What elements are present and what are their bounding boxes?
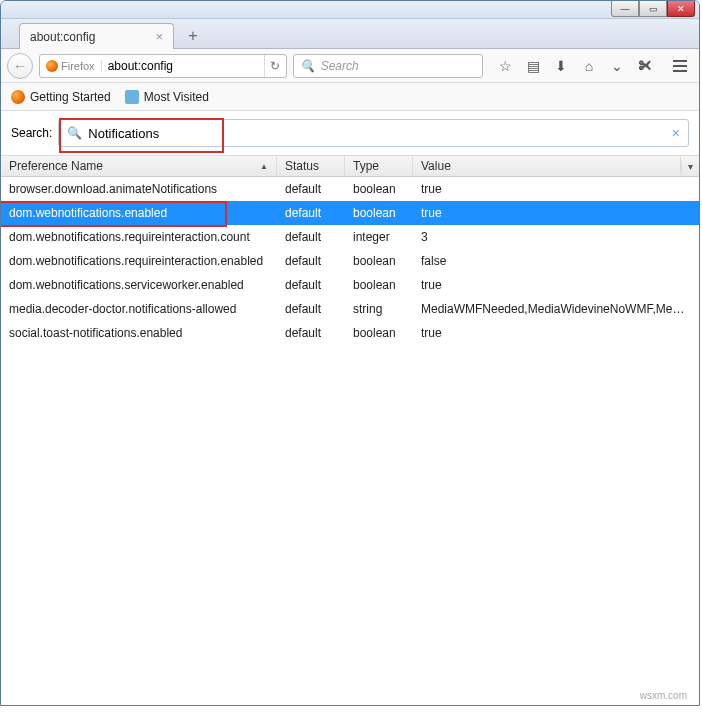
- config-search-input[interactable]: [88, 126, 671, 141]
- cell-type: boolean: [345, 254, 413, 268]
- cell-status: default: [277, 182, 345, 196]
- dev-tools-icon[interactable]: ✀: [637, 58, 653, 74]
- bookmark-most-visited[interactable]: Most Visited: [125, 90, 209, 104]
- reload-icon[interactable]: ↻: [264, 55, 286, 77]
- table-body: browser.download.animateNotificationsdef…: [1, 177, 699, 345]
- cell-name: dom.webnotifications.requireinteraction.…: [1, 230, 277, 244]
- column-picker-icon[interactable]: ▾: [681, 161, 699, 172]
- library-icon[interactable]: ▤: [525, 58, 541, 74]
- sort-indicator-icon: ▲: [260, 162, 268, 171]
- table-row[interactable]: media.decoder-doctor.notifications-allow…: [1, 297, 699, 321]
- cell-type: boolean: [345, 278, 413, 292]
- bookmarks-toolbar: Getting Started Most Visited: [1, 83, 699, 111]
- cell-type: boolean: [345, 326, 413, 340]
- downloads-icon[interactable]: ⬇: [553, 58, 569, 74]
- cell-type: integer: [345, 230, 413, 244]
- cell-name: dom.webnotifications.requireinteraction.…: [1, 254, 277, 268]
- window-titlebar: — ▭ ✕: [1, 1, 699, 19]
- cell-name: dom.webnotifications.serviceworker.enabl…: [1, 278, 277, 292]
- new-tab-button[interactable]: +: [180, 24, 206, 48]
- cell-name: dom.webnotifications.enabled: [1, 206, 277, 220]
- home-icon[interactable]: ⌂: [581, 58, 597, 74]
- nav-toolbar: ← Firefox ↻ 🔍 Search ☆ ▤ ⬇ ⌂ ⌄ ✀: [1, 49, 699, 83]
- cell-value: 3: [413, 230, 699, 244]
- cell-value: true: [413, 206, 699, 220]
- bookmark-label: Most Visited: [144, 90, 209, 104]
- cell-value: false: [413, 254, 699, 268]
- cell-type: string: [345, 302, 413, 316]
- cell-value: true: [413, 278, 699, 292]
- cell-name: browser.download.animateNotifications: [1, 182, 277, 196]
- cell-status: default: [277, 206, 345, 220]
- watermark: wsxm.com: [640, 690, 687, 701]
- search-label: Search:: [11, 126, 52, 140]
- column-header-value[interactable]: Value: [413, 156, 681, 176]
- close-tab-icon[interactable]: ×: [155, 29, 163, 44]
- table-row[interactable]: dom.webnotifications.requireinteraction.…: [1, 225, 699, 249]
- table-row[interactable]: dom.webnotifications.enableddefaultboole…: [1, 201, 699, 225]
- table-row[interactable]: dom.webnotifications.requireinteraction.…: [1, 249, 699, 273]
- bookmark-label: Getting Started: [30, 90, 111, 104]
- cell-status: default: [277, 302, 345, 316]
- url-bar[interactable]: Firefox ↻: [39, 54, 287, 78]
- browser-window: — ▭ ✕ about:config × + ← Firefox ↻ 🔍 Sea…: [0, 0, 700, 706]
- menu-button[interactable]: [667, 60, 693, 72]
- firefox-icon: [11, 90, 25, 104]
- table-row[interactable]: browser.download.animateNotificationsdef…: [1, 177, 699, 201]
- tab-strip: about:config × +: [1, 19, 699, 49]
- search-bar[interactable]: 🔍 Search: [293, 54, 483, 78]
- cell-name: media.decoder-doctor.notifications-allow…: [1, 302, 277, 316]
- window-minimize-button[interactable]: —: [611, 1, 639, 17]
- window-close-button[interactable]: ✕: [667, 1, 695, 17]
- cell-status: default: [277, 278, 345, 292]
- browser-tab[interactable]: about:config ×: [19, 23, 174, 49]
- identity-label: Firefox: [61, 60, 95, 72]
- table-row[interactable]: dom.webnotifications.serviceworker.enabl…: [1, 273, 699, 297]
- cell-value: MediaWMFNeeded,MediaWidevineNoWMF,Media.…: [413, 302, 699, 316]
- tab-title: about:config: [30, 30, 95, 44]
- column-header-type[interactable]: Type: [345, 156, 413, 176]
- cell-type: boolean: [345, 206, 413, 220]
- bookmark-star-icon[interactable]: ☆: [497, 58, 513, 74]
- cell-name: social.toast-notifications.enabled: [1, 326, 277, 340]
- cell-type: boolean: [345, 182, 413, 196]
- back-button[interactable]: ←: [7, 53, 33, 79]
- config-search-row: Search: 🔍 ×: [1, 111, 699, 155]
- firefox-icon: [46, 60, 58, 72]
- cell-status: default: [277, 326, 345, 340]
- search-placeholder: Search: [321, 59, 359, 73]
- pocket-icon[interactable]: ⌄: [609, 58, 625, 74]
- folder-icon: [125, 90, 139, 104]
- toolbar-icons: ☆ ▤ ⬇ ⌂ ⌄ ✀: [489, 58, 661, 74]
- search-icon: 🔍: [67, 126, 82, 140]
- cell-status: default: [277, 230, 345, 244]
- cell-status: default: [277, 254, 345, 268]
- table-header: Preference Name ▲ Status Type Value ▾: [1, 155, 699, 177]
- clear-search-icon[interactable]: ×: [672, 125, 680, 141]
- table-row[interactable]: social.toast-notifications.enableddefaul…: [1, 321, 699, 345]
- column-header-status[interactable]: Status: [277, 156, 345, 176]
- bookmark-getting-started[interactable]: Getting Started: [11, 90, 111, 104]
- site-identity[interactable]: Firefox: [40, 60, 102, 72]
- window-maximize-button[interactable]: ▭: [639, 1, 667, 17]
- search-icon: 🔍: [300, 59, 315, 73]
- cell-value: true: [413, 182, 699, 196]
- config-search-box[interactable]: 🔍 ×: [58, 119, 689, 147]
- url-input[interactable]: [102, 59, 264, 73]
- cell-value: true: [413, 326, 699, 340]
- column-header-name[interactable]: Preference Name ▲: [1, 156, 277, 176]
